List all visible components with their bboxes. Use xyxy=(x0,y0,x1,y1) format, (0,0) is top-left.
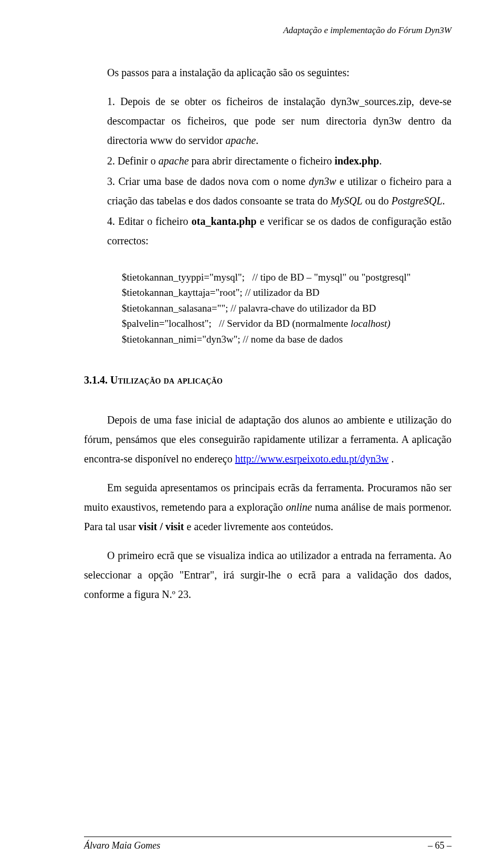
config-var: $tietokannan_kayttaja="root"; xyxy=(122,287,245,298)
config-line: $tietokannan_tyyppi="mysql"; // tipo de … xyxy=(122,270,452,285)
step-4: 4. Editar o ficheiro ota_kanta.php e ver… xyxy=(107,212,452,251)
body-bold: visit / visit xyxy=(139,521,184,532)
config-var: $tietokannan_tyyppi="mysql"; xyxy=(122,272,252,283)
page-footer: Álvaro Maia Gomes – 65 – xyxy=(84,837,452,851)
step-3: 3. Criar uma base de dados nova com o no… xyxy=(107,172,452,211)
step-bold: index.php xyxy=(334,155,379,167)
body-paragraph-3: O primeiro ecrã que se visualiza indica … xyxy=(84,546,452,604)
step-italic: dyn3w xyxy=(309,176,336,187)
step-1: 1. Depois de se obter os ficheiros de in… xyxy=(107,92,452,150)
step-text: ou do xyxy=(363,195,392,207)
config-comment: // palavra-chave do utilizador da BD xyxy=(230,303,376,314)
section-title: Utilização da aplicação xyxy=(110,374,223,386)
config-line: $tietokannan_nimi="dyn3w"; // nome da ba… xyxy=(122,332,452,347)
step-number: 1. xyxy=(107,96,115,107)
body-italic: online xyxy=(286,501,312,513)
body-text: . xyxy=(388,453,394,465)
step-text: . xyxy=(256,135,258,146)
step-number: 2. xyxy=(107,155,115,167)
config-var: $tietokannan_salasana=""; xyxy=(122,303,230,314)
step-text: Editar o ficheiro xyxy=(118,215,192,227)
config-comment: // tipo de BD – "mysql" ou "postgresql" xyxy=(252,272,411,283)
config-comment: // nome da base de dados xyxy=(243,334,342,345)
section-number: 3.1.4. xyxy=(84,374,110,386)
install-steps-list: 1. Depois de se obter os ficheiros de in… xyxy=(84,92,452,251)
app-url-link[interactable]: http://www.esrpeixoto.edu.pt/dyn3w xyxy=(235,453,389,465)
step-italic: apache xyxy=(226,135,256,146)
step-text: . xyxy=(443,195,445,207)
step-text: Definir o xyxy=(118,155,159,167)
step-text: Criar uma base de dados nova com o nome xyxy=(118,176,309,187)
config-line: $palvelin="localhost"; // Servidor da BD… xyxy=(122,316,452,331)
config-comment: // utilizador da BD xyxy=(245,287,320,298)
step-number: 4. xyxy=(107,215,115,227)
step-text: Depois de se obter os ficheiros de insta… xyxy=(107,96,452,146)
config-comment: // Servidor da BD (normalmente xyxy=(219,318,351,329)
body-text: e aceder livremente aos conteúdos. xyxy=(184,521,333,532)
step-text: para abrir directamente o ficheiro xyxy=(189,155,335,167)
footer-page-number: – 65 – xyxy=(428,840,452,851)
step-bold: ota_kanta.php xyxy=(192,215,257,227)
body-paragraph-2: Em seguida apresentamos os principais ec… xyxy=(84,478,452,536)
footer-author: Álvaro Maia Gomes xyxy=(84,840,160,851)
config-line: $tietokannan_salasana=""; // palavra-cha… xyxy=(122,301,452,316)
config-block: $tietokannan_tyyppi="mysql"; // tipo de … xyxy=(122,270,452,347)
step-text: . xyxy=(379,155,382,167)
config-var: $palvelin="localhost"; xyxy=(122,318,219,329)
config-var: $tietokannan_nimi="dyn3w"; xyxy=(122,334,243,345)
running-title: Adaptação e implementação do Fórum Dyn3W xyxy=(283,25,452,35)
intro-paragraph: Os passos para a instalação da aplicação… xyxy=(84,63,452,82)
step-italic: PostgreSQL xyxy=(392,195,443,207)
step-italic: MySQL xyxy=(330,195,362,207)
config-italic: localhost) xyxy=(351,318,391,329)
config-line: $tietokannan_kayttaja="root"; // utiliza… xyxy=(122,285,452,300)
step-italic: apache xyxy=(159,155,189,167)
step-number: 3. xyxy=(107,176,115,187)
running-header: Adaptação e implementação do Fórum Dyn3W xyxy=(84,25,452,36)
section-heading: 3.1.4. Utilização da aplicação xyxy=(84,374,452,386)
body-paragraph-1: Depois de uma fase inicial de adaptação … xyxy=(84,410,452,469)
step-2: 2. Definir o apache para abrir directame… xyxy=(107,151,452,171)
